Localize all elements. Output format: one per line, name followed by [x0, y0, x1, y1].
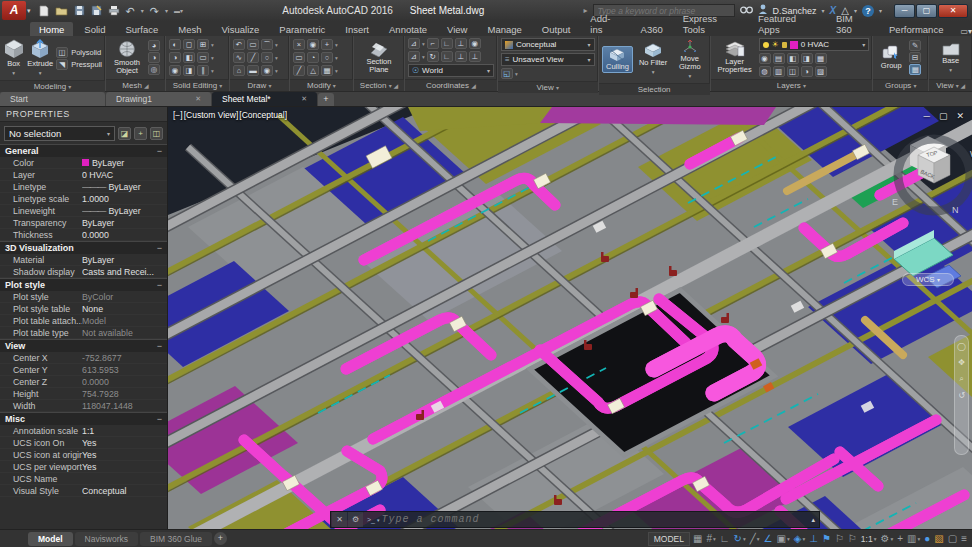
- polar-tracking-icon[interactable]: ↻▾: [734, 533, 746, 545]
- property-value[interactable]: ByLayer: [82, 157, 167, 169]
- property-row[interactable]: TransparencyByLayer: [0, 217, 167, 229]
- ribbon-tab-home[interactable]: Home: [30, 22, 73, 36]
- clean-screen-icon[interactable]: ▢: [948, 533, 957, 545]
- isodraft-icon[interactable]: ╱▾: [750, 533, 760, 545]
- property-row[interactable]: Center X-752.8677: [0, 352, 167, 364]
- mesh-tool-icon[interactable]: ◑: [148, 52, 160, 63]
- tool-icon[interactable]: ◉: [307, 39, 319, 50]
- panel-label-modify[interactable]: Modify ▾: [290, 79, 353, 91]
- ribbon-tab-visualize[interactable]: Visualize: [212, 22, 268, 36]
- panel-label-layers[interactable]: Layers ▾: [711, 79, 873, 91]
- property-value[interactable]: ———ByLayer: [82, 181, 167, 193]
- cmd-close-icon[interactable]: ✕: [332, 512, 347, 527]
- osnap-3d-icon[interactable]: ◈▾: [794, 533, 805, 545]
- ucs-tool-icon[interactable]: ⊥: [469, 51, 481, 62]
- close-tab-icon[interactable]: ✕: [195, 95, 201, 103]
- annotation-visibility-icon[interactable]: ⚑: [822, 533, 831, 545]
- tool-icon[interactable]: ◉: [169, 65, 181, 76]
- annotation-autoscale-icon[interactable]: ⚐: [835, 533, 844, 545]
- property-row[interactable]: Height754.7928: [0, 388, 167, 400]
- qat-customize-icon[interactable]: ▬▾: [174, 7, 183, 14]
- property-row[interactable]: Lineweight———ByLayer: [0, 205, 167, 217]
- property-value[interactable]: ———ByLayer: [82, 205, 167, 217]
- tool-icon[interactable]: ×: [293, 39, 305, 50]
- dynamic-ucs-icon[interactable]: ⊥: [809, 533, 818, 545]
- tool-icon[interactable]: ↶: [233, 39, 245, 50]
- app-menu-caret-icon[interactable]: ▾: [27, 7, 31, 15]
- section-header-view[interactable]: View−: [0, 339, 167, 352]
- model-space-button[interactable]: MODEL: [648, 532, 690, 546]
- ucs-tool-icon[interactable]: ⊿: [408, 51, 420, 62]
- property-row[interactable]: Center Z0.0000: [0, 376, 167, 388]
- restore-button[interactable]: ▢: [916, 4, 937, 18]
- tool-icon[interactable]: ○: [321, 52, 333, 63]
- viewport-menu-control[interactable]: [−]: [173, 110, 183, 120]
- ribbon-tab-insert[interactable]: Insert: [336, 22, 378, 36]
- panel-label-groups[interactable]: Groups ▾: [873, 79, 928, 91]
- open-file-icon[interactable]: [55, 5, 68, 16]
- tool-icon[interactable]: ⊞: [197, 39, 209, 50]
- toggle-pickadd-icon[interactable]: ◪: [118, 127, 131, 140]
- property-value[interactable]: 0.0000: [82, 229, 167, 241]
- visual-style-control[interactable]: [Conceptual]: [239, 110, 287, 120]
- wcs-dropdown[interactable]: WCS ▾: [902, 273, 954, 286]
- section-header-plot-style[interactable]: Plot style−: [0, 278, 167, 291]
- minimize-button[interactable]: ─: [894, 4, 915, 18]
- ucs-dropdown[interactable]: ☉World▾: [408, 64, 494, 77]
- tool-icon[interactable]: ◨: [183, 65, 195, 76]
- viewport-config-icon[interactable]: ◱: [501, 68, 513, 79]
- save-icon[interactable]: [74, 5, 85, 16]
- ribbon-tab-mesh[interactable]: Mesh: [169, 22, 210, 36]
- ucs-tool-icon[interactable]: ∟: [441, 51, 453, 62]
- layer-tool-icon[interactable]: ◨: [801, 53, 813, 64]
- tool-icon[interactable]: ∿: [233, 52, 245, 63]
- tool-icon[interactable]: △: [307, 65, 319, 76]
- quick-select-icon[interactable]: ◫: [150, 127, 163, 140]
- ribbon-tab-featured-apps[interactable]: Featured Apps: [749, 11, 825, 36]
- vp-minimize-icon[interactable]: ─: [924, 111, 930, 121]
- ribbon-display-caret-icon[interactable]: ▭▾: [960, 27, 972, 36]
- ribbon-tab-surface[interactable]: Surface: [116, 22, 167, 36]
- annotation-scale-value[interactable]: 1:1▾: [861, 533, 877, 545]
- property-row[interactable]: Linetype scale1.0000: [0, 193, 167, 205]
- ucs-tool-icon[interactable]: ↻: [427, 51, 439, 62]
- plot-preview-icon[interactable]: ▧: [934, 533, 943, 545]
- group-selection-icon[interactable]: ⊟: [909, 52, 921, 63]
- section-plane-button[interactable]: Section Plane: [357, 40, 401, 75]
- property-row[interactable]: ColorByLayer: [0, 157, 167, 169]
- tool-icon[interactable]: ○: [261, 52, 273, 63]
- named-view-dropdown[interactable]: ≡Unsaved View▾: [501, 53, 595, 66]
- base-button[interactable]: Base▾: [934, 41, 968, 75]
- property-row[interactable]: UCS per viewportYes: [0, 461, 167, 473]
- help-caret-icon[interactable]: ▾: [879, 7, 882, 14]
- osnap-icon[interactable]: ▣▾: [777, 533, 790, 545]
- section-header-general[interactable]: General−: [0, 144, 167, 157]
- property-value[interactable]: Not available: [82, 327, 167, 339]
- property-value[interactable]: Model: [82, 315, 167, 327]
- file-tab-sheet-metal[interactable]: Sheet Metal*✕: [212, 92, 317, 106]
- extrude-button[interactable]: Extrude▾: [27, 38, 53, 78]
- customize-icon[interactable]: ≡: [961, 533, 967, 545]
- property-row[interactable]: Center Y613.5953: [0, 364, 167, 376]
- property-row[interactable]: Plot table attach...Model: [0, 315, 167, 327]
- tool-icon[interactable]: ∥: [197, 65, 209, 76]
- property-value[interactable]: ByLayer: [82, 217, 167, 229]
- hardware-accel-icon[interactable]: ▥▾: [907, 533, 920, 545]
- layer-tool-icon[interactable]: ◧: [787, 53, 799, 64]
- tool-icon[interactable]: ▦: [321, 65, 333, 76]
- property-row[interactable]: UCS icon at originYes: [0, 449, 167, 461]
- redo-caret-icon[interactable]: ▾: [165, 7, 168, 14]
- property-row[interactable]: Thickness0.0000: [0, 229, 167, 241]
- property-row[interactable]: Shadow displayCasts and Recei...: [0, 266, 167, 278]
- ribbon-tab-annotate[interactable]: Annotate: [380, 22, 436, 36]
- new-tab-button[interactable]: +: [318, 93, 334, 106]
- culling-button[interactable]: Culling: [602, 46, 634, 73]
- layer-tool-icon[interactable]: ◑: [801, 66, 813, 77]
- panel-label-draw[interactable]: Draw ▾: [230, 79, 289, 91]
- cmd-customize-icon[interactable]: ⚙: [348, 512, 363, 527]
- ucs-tool-icon[interactable]: ∟: [441, 38, 453, 49]
- tool-icon[interactable]: ⌂: [233, 65, 245, 76]
- property-value[interactable]: None: [82, 303, 167, 315]
- ribbon-tab-view[interactable]: View: [438, 22, 476, 36]
- panel-label-modeling[interactable]: Modeling ▾: [0, 80, 105, 92]
